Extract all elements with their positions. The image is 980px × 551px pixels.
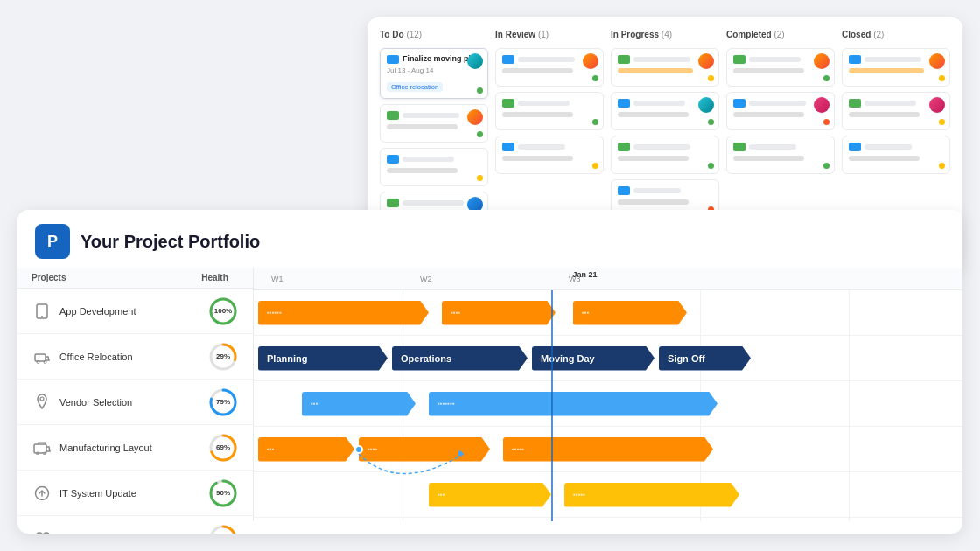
gantt-table: Projects Health App Development xyxy=(18,268,962,521)
avatar xyxy=(814,97,830,113)
project-info: App Development xyxy=(32,301,207,322)
kanban-card[interactable] xyxy=(611,136,719,174)
card-dot xyxy=(939,75,945,81)
gantt-bar: ▪▪▪ xyxy=(258,437,354,462)
gantt-rows-container: ▪▪▪▪▪▪ ▪▪▪▪ ▪▪▪ Planning xyxy=(254,290,962,521)
kanban-card[interactable] xyxy=(495,136,604,174)
card-dot xyxy=(823,163,830,169)
card-dot xyxy=(708,119,714,125)
project-icon-vendor xyxy=(32,392,52,413)
card-icon xyxy=(502,99,514,108)
svg-point-9 xyxy=(40,397,44,401)
gantt-row-medical[interactable]: Medical Device 74% xyxy=(18,516,253,534)
kanban-card[interactable] xyxy=(842,136,950,174)
kanban-card[interactable] xyxy=(380,104,488,143)
health-circle: 79% xyxy=(207,387,239,418)
avatar xyxy=(814,53,830,69)
kanban-card[interactable] xyxy=(726,136,835,174)
svg-point-5 xyxy=(37,360,39,363)
project-info: Office Relocation xyxy=(32,346,207,367)
card-dot xyxy=(939,119,945,125)
gantt-bar-sign-off: Sign Off xyxy=(659,346,751,371)
gantt-chart-row-office: Planning Operations Moving Day Sign Off xyxy=(254,336,962,381)
card-dot xyxy=(592,75,598,81)
gantt-row-office[interactable]: Office Relocation 29% xyxy=(18,334,253,380)
svg-rect-4 xyxy=(35,354,46,361)
gantt-row-vendor[interactable]: Vendor Selection 79% xyxy=(18,380,253,425)
card-dot xyxy=(477,87,483,94)
project-info: Medical Device xyxy=(32,528,207,534)
card-icon xyxy=(849,143,861,151)
card-icon xyxy=(387,155,399,164)
card-icon xyxy=(733,55,746,64)
card-icon xyxy=(849,55,861,64)
avatar xyxy=(467,53,483,69)
kanban-card[interactable]: Finalize moving plan Jul 13 - Aug 14 Off… xyxy=(380,48,488,99)
card-dot xyxy=(477,175,483,181)
kanban-card[interactable] xyxy=(842,48,950,87)
gantt-row-app-dev[interactable]: App Development 100% xyxy=(18,289,253,334)
col-header-completed: Completed (2) xyxy=(726,30,835,39)
project-icon-office xyxy=(32,346,52,367)
card-icon xyxy=(618,55,630,64)
gantt-bar-planning: Planning xyxy=(258,346,388,371)
project-icon-it xyxy=(32,483,52,504)
card-icon xyxy=(733,99,746,108)
gantt-left-header: Projects Health xyxy=(18,268,253,289)
dependency-arrow xyxy=(354,450,468,499)
card-icon xyxy=(618,186,630,195)
card-dot xyxy=(708,75,714,81)
svg-rect-12 xyxy=(34,444,46,453)
card-dot xyxy=(477,131,483,137)
card-icon xyxy=(849,99,861,108)
kanban-card[interactable] xyxy=(611,48,719,87)
gantt-chart-row-mfg: ▪▪▪ ▪▪▪▪ ▪▪▪▪▪ xyxy=(254,427,962,472)
avatar xyxy=(698,97,714,113)
kanban-card[interactable] xyxy=(380,148,488,186)
gantt-bar-moving-day: Moving Day xyxy=(532,346,654,371)
col-header-todo: To Do (12) xyxy=(380,30,488,39)
svg-point-1 xyxy=(41,316,43,317)
gantt-right-header: Jan 21 W1 W2 W3 xyxy=(254,268,962,290)
portfolio-title: Your Project Portfolio xyxy=(80,232,260,252)
project-info: Vendor Selection xyxy=(32,392,207,413)
project-icon-mfg xyxy=(32,437,52,458)
gantt-chart-row-medical: ▪▪▪ ▪▪▪ ▪▪▪▪ xyxy=(254,518,962,521)
health-circle: 74% xyxy=(207,523,239,534)
today-line xyxy=(551,290,553,521)
project-icon-medical xyxy=(32,528,52,534)
avatar xyxy=(929,53,945,69)
avatar xyxy=(467,109,483,125)
card-icon xyxy=(387,55,399,64)
gantt-left-panel: Projects Health App Development xyxy=(18,268,254,521)
card-icon xyxy=(387,111,399,120)
gantt-bar: ▪▪▪ xyxy=(302,392,416,416)
gantt-bar: ▪▪▪▪▪ xyxy=(503,437,713,462)
card-icon xyxy=(733,143,746,151)
card-icon xyxy=(618,99,630,108)
gantt-chart-row-app-dev: ▪▪▪▪▪▪ ▪▪▪▪ ▪▪▪ xyxy=(254,290,962,336)
col-header-in-review: In Review (1) xyxy=(495,30,604,39)
gantt-row-it[interactable]: IT System Update 90% xyxy=(18,471,253,516)
dependency-dot xyxy=(354,445,363,454)
card-dot xyxy=(823,119,830,125)
kanban-card[interactable] xyxy=(842,92,950,130)
kanban-card[interactable] xyxy=(726,48,835,87)
gantt-row-mfg[interactable]: Manufacturing Layout 69% xyxy=(18,425,253,471)
card-icon xyxy=(502,55,514,64)
kanban-card[interactable] xyxy=(611,92,719,130)
card-dot xyxy=(939,163,945,169)
portfolio-logo: P xyxy=(35,224,70,259)
health-circle: 29% xyxy=(207,341,239,373)
project-icon-app-dev xyxy=(32,301,52,322)
kanban-card[interactable] xyxy=(495,48,604,87)
kanban-card[interactable] xyxy=(495,92,604,130)
health-circle: 100% xyxy=(207,296,239,327)
gantt-right-panel: Jan 21 W1 W2 W3 ▪▪▪▪▪▪ xyxy=(254,268,962,521)
col-header-closed: Closed (2) xyxy=(842,30,950,39)
avatar xyxy=(583,53,598,69)
gantt-bar-operations: Operations xyxy=(392,346,528,371)
card-dot xyxy=(708,163,714,169)
gantt-bar: ▪▪▪▪▪▪▪ xyxy=(429,392,718,416)
kanban-card[interactable] xyxy=(726,92,835,130)
